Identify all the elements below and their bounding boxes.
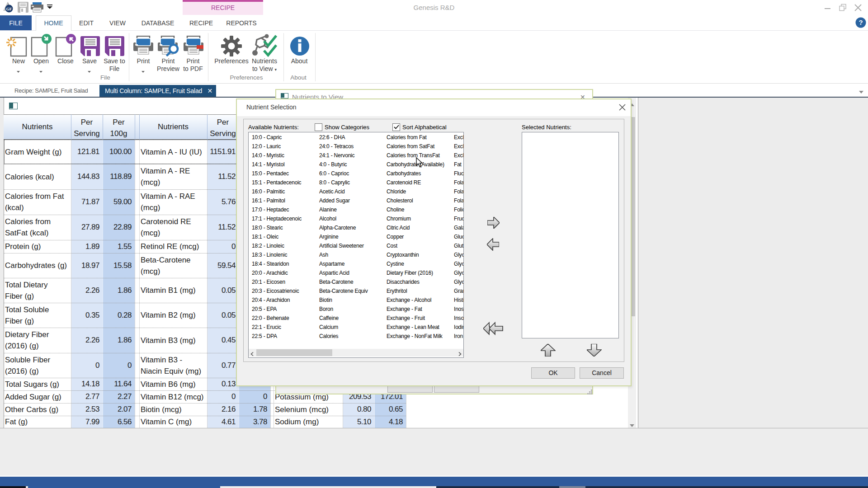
svg-text:GF: GF [6,7,12,11]
svg-text:?: ? [859,19,863,26]
